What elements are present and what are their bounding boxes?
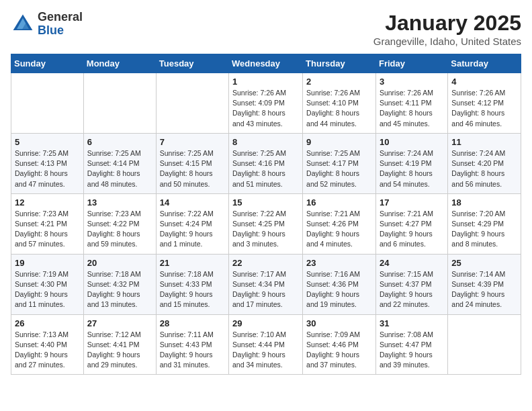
day-number: 16 xyxy=(306,197,372,208)
calendar-cell: 30Sunrise: 7:09 AM Sunset: 4:46 PM Dayli… xyxy=(303,314,376,375)
day-number: 19 xyxy=(15,258,80,268)
logo: General Blue xyxy=(11,11,83,38)
day-detail: Sunrise: 7:26 AM Sunset: 4:11 PM Dayligh… xyxy=(380,88,444,129)
calendar-cell xyxy=(156,73,228,134)
day-number: 26 xyxy=(15,318,80,328)
day-detail: Sunrise: 7:22 AM Sunset: 4:25 PM Dayligh… xyxy=(232,209,299,250)
day-detail: Sunrise: 7:22 AM Sunset: 4:24 PM Dayligh… xyxy=(160,209,225,250)
calendar-cell: 6Sunrise: 7:25 AM Sunset: 4:14 PM Daylig… xyxy=(83,133,156,193)
day-detail: Sunrise: 7:24 AM Sunset: 4:19 PM Dayligh… xyxy=(380,148,444,189)
day-number: 2 xyxy=(306,77,372,87)
day-detail: Sunrise: 7:25 AM Sunset: 4:13 PM Dayligh… xyxy=(15,148,80,189)
day-detail: Sunrise: 7:25 AM Sunset: 4:16 PM Dayligh… xyxy=(232,148,299,189)
logo-icon xyxy=(11,12,35,36)
day-number: 11 xyxy=(451,137,517,147)
day-number: 17 xyxy=(380,197,444,208)
title-block: January 2025 Grangeville, Idaho, United … xyxy=(373,11,521,47)
day-number: 23 xyxy=(306,258,372,268)
day-detail: Sunrise: 7:08 AM Sunset: 4:47 PM Dayligh… xyxy=(380,330,444,371)
calendar-cell xyxy=(11,73,84,134)
day-detail: Sunrise: 7:26 AM Sunset: 4:10 PM Dayligh… xyxy=(306,88,372,129)
day-number: 28 xyxy=(160,318,225,328)
day-number: 7 xyxy=(160,137,225,147)
calendar-cell: 2Sunrise: 7:26 AM Sunset: 4:10 PM Daylig… xyxy=(303,73,376,134)
day-detail: Sunrise: 7:26 AM Sunset: 4:09 PM Dayligh… xyxy=(232,88,299,129)
day-detail: Sunrise: 7:18 AM Sunset: 4:32 PM Dayligh… xyxy=(87,269,152,310)
calendar-cell: 8Sunrise: 7:25 AM Sunset: 4:16 PM Daylig… xyxy=(229,133,303,193)
day-detail: Sunrise: 7:25 AM Sunset: 4:15 PM Dayligh… xyxy=(160,148,225,189)
weekday-header-row: SundayMondayTuesdayWednesdayThursdayFrid… xyxy=(11,54,521,73)
day-detail: Sunrise: 7:11 AM Sunset: 4:43 PM Dayligh… xyxy=(160,330,225,371)
calendar-week-row: 1Sunrise: 7:26 AM Sunset: 4:09 PM Daylig… xyxy=(11,73,521,134)
page-header: General Blue January 2025 Grangeville, I… xyxy=(11,11,521,47)
day-detail: Sunrise: 7:26 AM Sunset: 4:12 PM Dayligh… xyxy=(451,88,517,129)
day-detail: Sunrise: 7:19 AM Sunset: 4:30 PM Dayligh… xyxy=(15,269,80,310)
day-detail: Sunrise: 7:10 AM Sunset: 4:44 PM Dayligh… xyxy=(232,330,299,371)
calendar-cell: 13Sunrise: 7:23 AM Sunset: 4:22 PM Dayli… xyxy=(83,193,156,254)
calendar-cell: 28Sunrise: 7:11 AM Sunset: 4:43 PM Dayli… xyxy=(156,314,228,375)
calendar-cell: 3Sunrise: 7:26 AM Sunset: 4:11 PM Daylig… xyxy=(375,73,447,134)
month-year: January 2025 xyxy=(373,11,521,36)
weekday-header: Tuesday xyxy=(156,54,228,73)
day-detail: Sunrise: 7:12 AM Sunset: 4:41 PM Dayligh… xyxy=(87,330,152,371)
day-number: 12 xyxy=(15,197,80,208)
calendar-cell: 19Sunrise: 7:19 AM Sunset: 4:30 PM Dayli… xyxy=(11,254,84,314)
day-detail: Sunrise: 7:15 AM Sunset: 4:37 PM Dayligh… xyxy=(380,269,444,310)
day-number: 9 xyxy=(306,137,372,147)
calendar-cell xyxy=(83,73,156,134)
day-detail: Sunrise: 7:23 AM Sunset: 4:22 PM Dayligh… xyxy=(87,209,152,250)
day-number: 15 xyxy=(232,197,299,208)
day-number: 31 xyxy=(380,318,444,328)
day-detail: Sunrise: 7:21 AM Sunset: 4:27 PM Dayligh… xyxy=(380,209,444,250)
day-number: 6 xyxy=(87,137,152,147)
weekday-header: Wednesday xyxy=(229,54,303,73)
calendar-cell: 20Sunrise: 7:18 AM Sunset: 4:32 PM Dayli… xyxy=(83,254,156,314)
day-detail: Sunrise: 7:25 AM Sunset: 4:14 PM Dayligh… xyxy=(87,148,152,189)
calendar-cell: 27Sunrise: 7:12 AM Sunset: 4:41 PM Dayli… xyxy=(83,314,156,375)
calendar-cell: 17Sunrise: 7:21 AM Sunset: 4:27 PM Dayli… xyxy=(375,193,447,254)
calendar-cell: 5Sunrise: 7:25 AM Sunset: 4:13 PM Daylig… xyxy=(11,133,84,193)
day-number: 14 xyxy=(160,197,225,208)
day-number: 22 xyxy=(232,258,299,268)
calendar-cell: 23Sunrise: 7:16 AM Sunset: 4:36 PM Dayli… xyxy=(303,254,376,314)
day-number: 13 xyxy=(87,197,152,208)
weekday-header: Saturday xyxy=(448,54,521,73)
day-detail: Sunrise: 7:21 AM Sunset: 4:26 PM Dayligh… xyxy=(306,209,372,250)
day-detail: Sunrise: 7:24 AM Sunset: 4:20 PM Dayligh… xyxy=(451,148,517,189)
day-number: 30 xyxy=(306,318,372,328)
day-number: 21 xyxy=(160,258,225,268)
day-number: 5 xyxy=(15,137,80,147)
calendar-cell: 1Sunrise: 7:26 AM Sunset: 4:09 PM Daylig… xyxy=(229,73,303,134)
day-number: 4 xyxy=(451,77,517,87)
day-number: 24 xyxy=(380,258,444,268)
calendar-week-row: 12Sunrise: 7:23 AM Sunset: 4:21 PM Dayli… xyxy=(11,193,521,254)
calendar-cell: 15Sunrise: 7:22 AM Sunset: 4:25 PM Dayli… xyxy=(229,193,303,254)
calendar-cell: 4Sunrise: 7:26 AM Sunset: 4:12 PM Daylig… xyxy=(448,73,521,134)
calendar-cell: 16Sunrise: 7:21 AM Sunset: 4:26 PM Dayli… xyxy=(303,193,376,254)
day-detail: Sunrise: 7:16 AM Sunset: 4:36 PM Dayligh… xyxy=(306,269,372,310)
day-detail: Sunrise: 7:09 AM Sunset: 4:46 PM Dayligh… xyxy=(306,330,372,371)
calendar: SundayMondayTuesdayWednesdayThursdayFrid… xyxy=(11,54,521,375)
calendar-cell: 9Sunrise: 7:25 AM Sunset: 4:17 PM Daylig… xyxy=(303,133,376,193)
day-number: 20 xyxy=(87,258,152,268)
calendar-cell: 25Sunrise: 7:14 AM Sunset: 4:39 PM Dayli… xyxy=(448,254,521,314)
calendar-cell: 31Sunrise: 7:08 AM Sunset: 4:47 PM Dayli… xyxy=(375,314,447,375)
day-detail: Sunrise: 7:20 AM Sunset: 4:29 PM Dayligh… xyxy=(451,209,517,250)
day-number: 18 xyxy=(451,197,517,208)
day-detail: Sunrise: 7:17 AM Sunset: 4:34 PM Dayligh… xyxy=(232,269,299,310)
logo-text: General Blue xyxy=(38,11,83,38)
weekday-header: Thursday xyxy=(303,54,376,73)
weekday-header: Monday xyxy=(83,54,156,73)
calendar-cell: 18Sunrise: 7:20 AM Sunset: 4:29 PM Dayli… xyxy=(448,193,521,254)
day-number: 27 xyxy=(87,318,152,328)
day-detail: Sunrise: 7:25 AM Sunset: 4:17 PM Dayligh… xyxy=(306,148,372,189)
calendar-week-row: 19Sunrise: 7:19 AM Sunset: 4:30 PM Dayli… xyxy=(11,254,521,314)
calendar-cell: 22Sunrise: 7:17 AM Sunset: 4:34 PM Dayli… xyxy=(229,254,303,314)
day-number: 1 xyxy=(232,77,299,87)
location: Grangeville, Idaho, United States xyxy=(373,36,521,47)
calendar-cell: 26Sunrise: 7:13 AM Sunset: 4:40 PM Dayli… xyxy=(11,314,84,375)
day-detail: Sunrise: 7:14 AM Sunset: 4:39 PM Dayligh… xyxy=(451,269,517,310)
day-number: 8 xyxy=(232,137,299,147)
calendar-cell: 24Sunrise: 7:15 AM Sunset: 4:37 PM Dayli… xyxy=(375,254,447,314)
calendar-cell xyxy=(448,314,521,375)
